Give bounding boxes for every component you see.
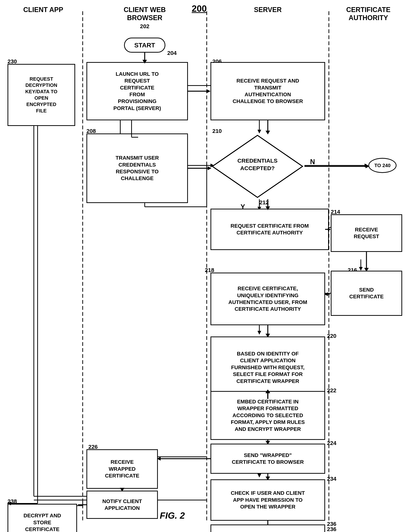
svg-marker-8: [257, 130, 261, 133]
ref-214: 214: [331, 209, 340, 215]
node-212: REQUEST CERTIFICATE FROMCERTIFICATE AUTH…: [210, 209, 329, 250]
credentials-diamond: CREDENTIALS ACCEPTED?: [210, 133, 304, 199]
svg-marker-14: [364, 163, 368, 167]
to-240-node: TO 240: [368, 158, 397, 173]
node-234: CHECK IF USER AND CLIENTAPP HAVE PERMISS…: [210, 479, 325, 521]
node-218: RECEIVE CERTIFICATE,UNIQUELY IDENTIFYING…: [210, 273, 325, 325]
node-230: REQUESTDECRYPTIONKEY/DATA TOOPENENCRYPTE…: [8, 64, 75, 126]
ref-210: 210: [212, 128, 222, 134]
svg-marker-22: [257, 331, 261, 335]
col-header-client-web-browser: CLIENT WEBBROWSER 202: [84, 6, 205, 30]
svg-marker-56: [207, 89, 210, 93]
col-header-server: SERVER: [209, 6, 327, 14]
ref-226: 226: [88, 444, 98, 450]
ref-222: 222: [327, 387, 336, 394]
svg-marker-18: [359, 267, 363, 271]
node-226: RECEIVEWRAPPEDCERTIFICATE: [86, 449, 158, 489]
svg-marker-30: [257, 474, 261, 477]
y-label: 212: [259, 199, 269, 206]
col-header-client-app: CLIENT APP: [6, 6, 81, 14]
ref-224: 224: [327, 440, 336, 446]
start-node: START: [124, 38, 165, 53]
node-220: BASED ON IDENTITY OFCLIENT APPLICATIONFU…: [210, 336, 325, 399]
node-228: NOTIFY CLIENTAPPLICATION: [86, 491, 158, 519]
ref-230: 230: [8, 58, 17, 65]
ref-236-v: 236: [327, 526, 336, 532]
svg-text:CREDENTIALS: CREDENTIALS: [237, 158, 277, 164]
node-238: DECRYPT ANDSTORECERTIFICATE: [8, 504, 77, 532]
node-224: SEND "WRAPPED"CERTIFICATE TO BROWSER: [210, 444, 325, 474]
node-216: SENDCERTIFICATE: [331, 271, 402, 316]
node-208: TRANSMIT USERCREDENTIALSRESPONSIVE TOCHA…: [86, 133, 188, 203]
node-204: LAUNCH URL TOREQUESTCERTIFICATEFROMPROVI…: [86, 62, 188, 120]
figure-label: FIG. 2: [160, 510, 185, 521]
ref-220: 220: [327, 333, 336, 339]
ref-204: 204: [167, 50, 177, 56]
diagram: 200 CLIENT APP CLIENT WEBBROWSER 202 SER…: [0, 0, 411, 532]
svg-text:ACCEPTED?: ACCEPTED?: [240, 165, 275, 171]
ref-238: 238: [8, 498, 17, 504]
ref-208: 208: [86, 128, 96, 134]
node-206: RECEIVE REQUEST ANDTRANSMITAUTHENTICATIO…: [210, 62, 325, 120]
ref-218: 218: [205, 267, 214, 273]
node-222: EMBED CERTIFICATE INWRAPPER FORMATTEDACC…: [210, 391, 325, 440]
ref-234: 234: [327, 475, 336, 482]
n-label: N: [310, 158, 315, 166]
node-214: RECEIVEREQUEST: [331, 214, 402, 252]
node-236-visible: IF SO, SEND AUTHORIZATIONFOR CLIENT APPL…: [210, 524, 325, 532]
col-header-cert-authority: CERTIFICATEAUTHORITY: [331, 6, 406, 22]
